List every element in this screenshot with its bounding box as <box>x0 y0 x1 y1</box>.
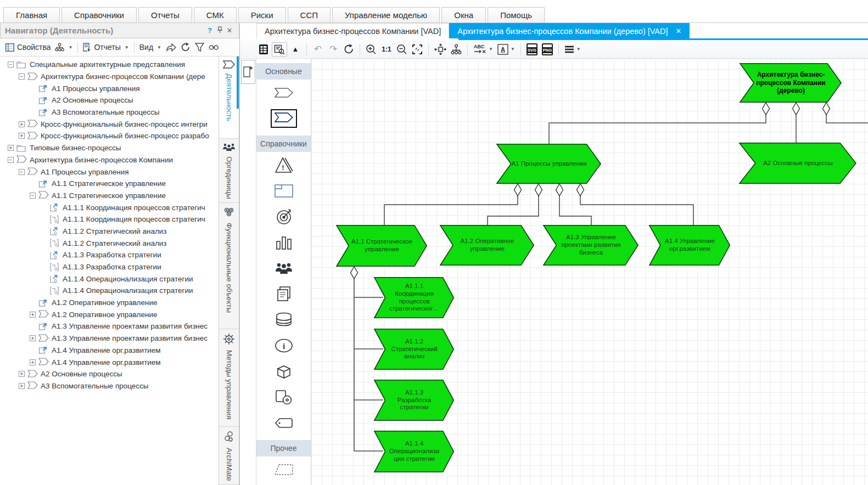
tree-item[interactable]: −Архитектура бизнес-процессов Компании (… <box>0 71 219 83</box>
tree-item[interactable]: +А1.4 Управление орг.развитием <box>0 356 219 368</box>
tree-item[interactable]: −А1 Процессы управления <box>0 166 219 178</box>
vad-shape-a114[interactable]: А1.1.4 Операционализа ция стратегии <box>374 431 454 472</box>
zoom-in-button[interactable] <box>364 42 378 57</box>
tab-close-icon[interactable]: ✕ <box>676 27 682 35</box>
find-object-button[interactable] <box>272 42 287 57</box>
vad-shape-a13[interactable]: А1.3 Управление проектами развития бизне… <box>544 225 639 266</box>
tree-item[interactable]: А3 Вспомогательные процессы <box>0 106 219 119</box>
link-icon[interactable] <box>206 43 221 52</box>
vad-shape-a2[interactable]: А2 Основные процессы <box>740 143 856 184</box>
vad-shape-a12[interactable]: А1.2 Оперативное управление <box>440 225 534 266</box>
new-diagram-button[interactable] <box>241 60 255 84</box>
tree-item[interactable]: А1.4 Управление орг.развитием <box>0 345 219 357</box>
tree-item[interactable]: А1.2 Оперативное управление <box>0 297 219 309</box>
palette-item-barchart-icon[interactable] <box>256 229 311 255</box>
tree-layout-button[interactable] <box>449 42 463 57</box>
palette-item-info-icon[interactable]: i <box>256 332 311 358</box>
pin-icon[interactable] <box>215 26 225 35</box>
redo-button[interactable]: ↷ <box>326 42 340 57</box>
tree-expander[interactable]: + <box>30 359 36 365</box>
menu-item-1[interactable]: Главная <box>3 7 60 22</box>
tree-item[interactable]: А1.1.3 Разработка стратегии <box>0 261 219 273</box>
tree-item[interactable]: А1.1.3 Разработка стратегии <box>0 249 219 261</box>
tree-item[interactable]: А1.1 Стратегическое управление <box>0 178 219 190</box>
reports-button[interactable]: Отчеты ▼ <box>81 41 131 53</box>
tree-expander[interactable]: + <box>30 335 36 341</box>
diagram-menu-button[interactable]: ▼ <box>563 42 583 57</box>
vad-shape-a11[interactable]: А1.1 Стратегическое управление <box>337 225 427 267</box>
menu-item-5[interactable]: Риски <box>238 7 286 22</box>
palette-item-target-icon[interactable] <box>256 204 311 229</box>
tree-expander[interactable]: − <box>19 169 25 175</box>
palette-item-people-group-icon[interactable] <box>256 255 311 281</box>
tree-expander[interactable]: − <box>8 157 14 163</box>
export-png-button[interactable]: PNG <box>540 42 555 57</box>
tree-expander[interactable]: + <box>19 121 25 127</box>
tree-expander[interactable]: + <box>19 371 25 377</box>
palette-item-frame-icon[interactable] <box>256 178 311 204</box>
palette-item-package-icon[interactable] <box>256 358 311 384</box>
tree-item[interactable]: +Кросс-функциональный бизнес-процесс инт… <box>0 118 219 130</box>
hierarchy-button[interactable]: ▼ <box>53 41 75 53</box>
tree-expander[interactable]: + <box>19 133 25 139</box>
document-tab-1[interactable]: Архитектура бизнес-процессов Компании [V… <box>256 23 449 38</box>
palette-item-vad-outline-icon[interactable] <box>256 80 311 105</box>
zoom-out-button[interactable] <box>395 42 409 57</box>
go-to-icon[interactable] <box>164 41 178 53</box>
tree-item[interactable]: А2 Основные процессы <box>0 94 219 106</box>
menu-item-9[interactable]: Помощь <box>488 7 545 22</box>
category-tab-функциональные-объекты[interactable]: Функциональные объекты <box>219 203 239 329</box>
tree-item[interactable]: А1.1.1 Координация процессов стратегич <box>0 201 219 213</box>
collapse-button[interactable]: ▲ <box>288 42 303 57</box>
export-svg-button[interactable]: SVG <box>525 42 539 57</box>
palette-item-vad-selected-icon[interactable] <box>256 105 311 131</box>
tree-item[interactable]: А1.1.2 Стратегический анализ <box>0 225 219 238</box>
vad-shape-a1[interactable]: А1 Процессы управления <box>497 144 601 184</box>
tree-item[interactable]: −А1.1 Стратегическое управление <box>0 190 219 202</box>
document-tab-2[interactable]: Архитектура бизнес-процессов Компании (д… <box>449 23 690 38</box>
tree-item[interactable]: А1.3 Управление проектами развития бизне… <box>0 320 219 332</box>
tree-expander[interactable]: + <box>19 383 25 389</box>
tree-item[interactable]: −Архитектура бизнес-процессов Компании <box>0 154 219 166</box>
properties-button[interactable]: Свойства <box>3 41 53 53</box>
menu-item-3[interactable]: Отчеты <box>138 7 192 22</box>
refresh-icon[interactable] <box>178 41 193 54</box>
tree-item[interactable]: +А1.3 Управление проектами развития бизн… <box>0 332 219 345</box>
tree-item[interactable]: +А2 Основные процессы <box>0 368 219 380</box>
palette-item-disc-icon[interactable] <box>256 384 311 410</box>
undo-button[interactable]: ↶ <box>311 42 325 57</box>
diagram-canvas[interactable]: Архитектура бизнес-процессов Компании (д… <box>311 59 868 485</box>
tree-item[interactable]: +А1.2 Оперативное управление <box>0 308 219 320</box>
tree-item[interactable]: А1.1.4 Операционализация стратегии <box>0 273 219 285</box>
palette-item-tag-icon[interactable] <box>256 410 311 436</box>
tree-item[interactable]: А1.1.2 Стратегический анализ <box>0 237 219 249</box>
tree-item[interactable]: +Кросс-функциональный бизнес-процесс раз… <box>0 130 219 142</box>
tree-item[interactable]: +Типовые бизнес-процессы <box>0 142 219 154</box>
menu-item-6[interactable]: ССП <box>288 7 331 22</box>
tree-item[interactable]: +А3 Вспомогательные процессы <box>0 380 219 392</box>
tree-expander[interactable]: − <box>19 74 25 80</box>
font-button[interactable]: A▼ <box>496 42 517 57</box>
palette-item-documents-icon[interactable] <box>256 281 311 307</box>
refresh-button[interactable] <box>341 42 356 57</box>
close-icon[interactable]: ✕ <box>225 26 234 35</box>
tree-item[interactable]: А1 Процессы управления <box>0 82 219 94</box>
palette-item-dashed-rect-icon[interactable] <box>256 456 311 482</box>
menu-item-2[interactable]: Справочники <box>61 7 137 22</box>
vad-shape-root[interactable]: Архитектура бизнес-процессов Компании (д… <box>740 63 842 103</box>
tree-expander[interactable]: + <box>30 312 36 318</box>
fit-to-window-button[interactable] <box>410 42 424 57</box>
tree-expander[interactable]: + <box>8 145 14 151</box>
view-button[interactable]: Вид ▼ <box>137 41 164 53</box>
category-tab-деятельность[interactable]: Деятельность <box>219 57 239 139</box>
vad-shape-a14[interactable]: А1.4 Управление орг.развитием <box>649 225 730 266</box>
menu-item-4[interactable]: СМК <box>194 7 237 22</box>
tree-item[interactable]: А1.1.1 Координация процессов стратегич <box>0 213 219 225</box>
category-tab-методы-управления[interactable]: Методы управления <box>219 329 239 427</box>
category-tab-оргединицы[interactable]: Оргединицы <box>219 139 239 203</box>
palette-item-warning-icon[interactable]: ! <box>256 152 311 178</box>
autotext-button[interactable]: ABC▼ <box>472 42 495 57</box>
help-icon[interactable]: ? <box>205 26 215 35</box>
category-tab-archimate[interactable]: ArchiMate <box>219 427 239 485</box>
autosize-button[interactable] <box>433 42 448 57</box>
